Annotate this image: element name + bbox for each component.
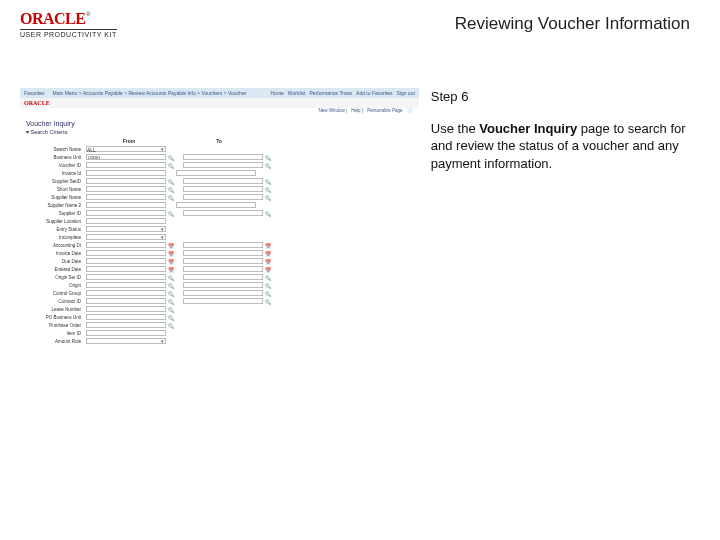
date-field[interactable]	[86, 242, 166, 248]
lookup-icon[interactable]: 🔍	[168, 323, 173, 328]
breadcrumb[interactable]: Favorites	[24, 90, 45, 96]
calendar-icon[interactable]: 📅	[265, 251, 270, 256]
date-field[interactable]	[183, 250, 263, 256]
date-field[interactable]	[86, 266, 166, 272]
home-link[interactable]: Home	[270, 90, 283, 96]
field-label: Due Date	[26, 259, 84, 264]
text-field[interactable]	[86, 202, 166, 208]
favorites-link[interactable]: Add to Favorites	[356, 90, 392, 96]
text-field[interactable]	[86, 178, 166, 184]
calendar-icon[interactable]: 📅	[265, 267, 270, 272]
calendar-icon[interactable]: 📅	[168, 259, 173, 264]
field-label: Lease Number	[26, 307, 84, 312]
signout-link[interactable]: Sign out	[396, 90, 414, 96]
search-criteria-header[interactable]: ▾ Search Criteria	[20, 129, 419, 137]
text-field[interactable]	[183, 274, 263, 280]
text-field[interactable]	[183, 154, 263, 160]
lookup-icon[interactable]: 🔍	[168, 211, 173, 216]
perf-trace-link[interactable]: Performance Trace	[310, 90, 353, 96]
text-field[interactable]	[183, 298, 263, 304]
field-label: Voucher ID	[26, 163, 84, 168]
text-field[interactable]	[86, 282, 166, 288]
lookup-icon[interactable]: 🔍	[265, 275, 270, 280]
text-field[interactable]	[176, 202, 256, 208]
lookup-icon[interactable]: 🔍	[265, 211, 270, 216]
form-row: Contract ID🔍🔍	[26, 297, 413, 305]
field-label: Entry Status	[26, 227, 84, 232]
date-field[interactable]	[86, 258, 166, 264]
field-label: Supplier ID	[26, 211, 84, 216]
text-field[interactable]	[183, 290, 263, 296]
app-screenshot: Favorites Main Menu > Accounts Payable >…	[20, 88, 419, 408]
calendar-icon[interactable]: 📅	[168, 251, 173, 256]
text-field[interactable]	[86, 330, 166, 336]
text-field[interactable]	[86, 306, 166, 312]
app-oracle-logo: ORACLE	[24, 100, 50, 106]
calendar-icon[interactable]: 📅	[168, 267, 173, 272]
lookup-icon[interactable]: 🔍	[168, 315, 173, 320]
help-link[interactable]: Help	[351, 108, 360, 113]
text-field[interactable]	[86, 290, 166, 296]
select-field[interactable]	[86, 338, 166, 344]
text-field[interactable]	[86, 170, 166, 176]
lookup-icon[interactable]: 🔍	[168, 299, 173, 304]
lookup-icon[interactable]: 🔍	[168, 195, 173, 200]
step-label: Step 6	[431, 88, 700, 106]
text-field[interactable]	[86, 218, 166, 224]
select-field[interactable]: ALL	[86, 146, 166, 152]
text-field[interactable]	[86, 274, 166, 280]
text-field[interactable]	[176, 170, 256, 176]
form-row: Origin🔍🔍	[26, 281, 413, 289]
calendar-icon[interactable]: 📅	[168, 243, 173, 248]
lookup-icon[interactable]: 🔍	[168, 179, 173, 184]
lookup-icon[interactable]: 🔍	[265, 291, 270, 296]
text-field[interactable]	[86, 194, 166, 200]
select-field[interactable]	[86, 226, 166, 232]
lookup-icon[interactable]: 🔍	[168, 307, 173, 312]
app-logo-bar: ORACLE	[20, 98, 419, 108]
select-field[interactable]	[86, 234, 166, 240]
text-field[interactable]	[183, 210, 263, 216]
breadcrumb[interactable]: Main Menu > Accounts Payable > Review Ac…	[53, 90, 247, 96]
text-field[interactable]	[86, 186, 166, 192]
text-field[interactable]	[86, 210, 166, 216]
lookup-icon[interactable]: 🔍	[168, 283, 173, 288]
lookup-icon[interactable]: 🔍	[265, 195, 270, 200]
field-label: Entered Date	[26, 267, 84, 272]
date-field[interactable]	[86, 250, 166, 256]
text-field[interactable]	[86, 314, 166, 320]
http-icon: 📄	[407, 108, 413, 113]
lookup-icon[interactable]: 🔍	[265, 179, 270, 184]
lookup-icon[interactable]: 🔍	[265, 163, 270, 168]
lookup-icon[interactable]: 🔍	[265, 299, 270, 304]
text-field[interactable]	[183, 186, 263, 192]
date-field[interactable]	[183, 266, 263, 272]
lookup-icon[interactable]: 🔍	[168, 155, 173, 160]
lookup-icon[interactable]: 🔍	[265, 187, 270, 192]
text-field[interactable]	[183, 162, 263, 168]
personalize-link[interactable]: Personalize Page	[367, 108, 402, 113]
new-window-link[interactable]: New Window	[318, 108, 344, 113]
date-field[interactable]	[183, 258, 263, 264]
lookup-icon[interactable]: 🔍	[168, 163, 173, 168]
form-row: Supplier SetID🔍🔍	[26, 177, 413, 185]
form-row: Short Name🔍🔍	[26, 185, 413, 193]
date-field[interactable]	[183, 242, 263, 248]
training-header: ORACLE® USER PRODUCTIVITY KIT Reviewing …	[0, 0, 720, 38]
lookup-icon[interactable]: 🔍	[168, 275, 173, 280]
lookup-icon[interactable]: 🔍	[168, 291, 173, 296]
calendar-icon[interactable]: 📅	[265, 243, 270, 248]
text-field[interactable]	[183, 282, 263, 288]
lookup-icon[interactable]: 🔍	[168, 187, 173, 192]
text-field[interactable]: US001	[86, 154, 166, 160]
text-field[interactable]	[86, 298, 166, 304]
field-label: Supplier Name 2	[26, 203, 84, 208]
worklist-link[interactable]: Worklist	[288, 90, 306, 96]
lookup-icon[interactable]: 🔍	[265, 155, 270, 160]
text-field[interactable]	[86, 162, 166, 168]
text-field[interactable]	[183, 178, 263, 184]
text-field[interactable]	[183, 194, 263, 200]
text-field[interactable]	[86, 322, 166, 328]
calendar-icon[interactable]: 📅	[265, 259, 270, 264]
lookup-icon[interactable]: 🔍	[265, 283, 270, 288]
